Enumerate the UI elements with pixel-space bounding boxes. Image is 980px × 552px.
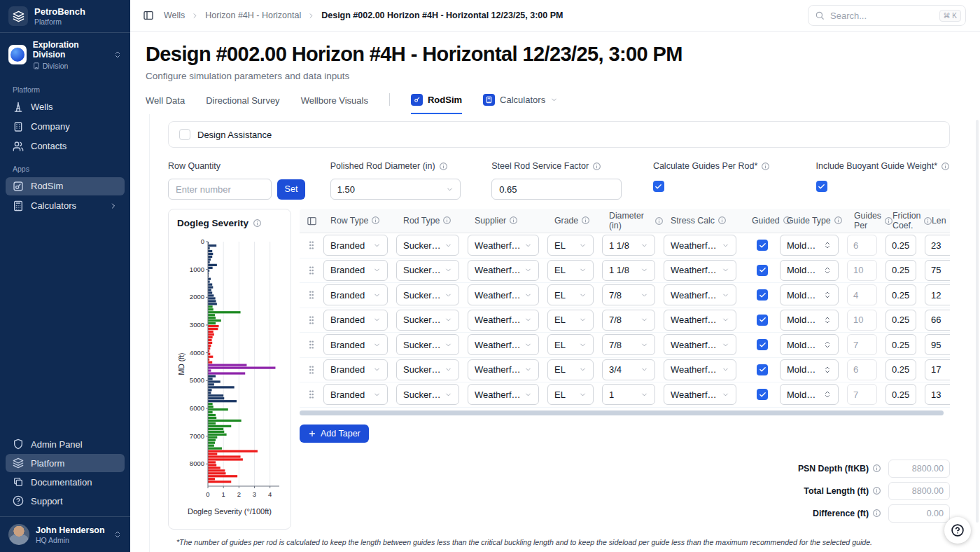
supplier-select[interactable]: Weatherford: [468, 284, 539, 305]
friction-coef-input[interactable]: 0.25: [886, 334, 916, 355]
guides-per-input[interactable]: 10: [847, 260, 877, 281]
row-drag-handle[interactable]: [300, 382, 323, 407]
friction-coef-input[interactable]: 0.25: [886, 284, 916, 305]
steel-rod-service-factor-input[interactable]: [491, 179, 622, 200]
guided-checkbox[interactable]: [757, 265, 768, 276]
buoyant-guide-weight-checkbox[interactable]: [816, 181, 827, 192]
difference-input[interactable]: 0.00: [888, 504, 950, 523]
row-drag-handle[interactable]: [300, 308, 323, 333]
row-drag-handle[interactable]: [300, 333, 323, 357]
length-input[interactable]: 66: [925, 310, 950, 331]
supplier-select[interactable]: Weatherford: [468, 359, 539, 380]
supplier-select[interactable]: Weatherford: [468, 310, 539, 331]
guides-per-input[interactable]: 7: [847, 334, 877, 355]
sidebar-item-wells[interactable]: Wells: [6, 98, 125, 116]
tab-calculators[interactable]: Calculators: [483, 94, 558, 114]
guided-checkbox[interactable]: [757, 289, 768, 301]
length-input[interactable]: 75: [925, 260, 950, 281]
row-type-select[interactable]: Branded: [323, 334, 388, 355]
add-taper-button[interactable]: Add Taper: [300, 425, 369, 443]
sidebar-item-rodsim[interactable]: RodSim: [6, 177, 125, 195]
friction-coef-input[interactable]: 0.25: [886, 359, 916, 380]
guided-checkbox[interactable]: [757, 240, 768, 251]
row-type-select[interactable]: Branded: [323, 235, 388, 256]
friction-coef-input[interactable]: 0.25: [886, 235, 916, 256]
guide-type-stepper[interactable]: Molded AU: [780, 260, 839, 281]
row-type-select[interactable]: Branded: [323, 260, 388, 281]
set-button[interactable]: Set: [277, 179, 305, 200]
guide-type-stepper[interactable]: Molded AU: [780, 334, 839, 355]
grade-select[interactable]: EL: [547, 359, 594, 380]
stress-calc-select[interactable]: Weatherford EL: [664, 284, 736, 305]
diameter-select[interactable]: 3/4: [602, 359, 655, 380]
stress-calc-select[interactable]: Weatherford EL: [664, 235, 736, 256]
grade-select[interactable]: EL: [547, 284, 594, 305]
guided-checkbox[interactable]: [757, 389, 768, 400]
diameter-select[interactable]: 7/8: [602, 284, 655, 305]
grade-select[interactable]: EL: [547, 235, 594, 256]
grade-select[interactable]: EL: [547, 384, 594, 405]
grade-select[interactable]: EL: [547, 260, 594, 281]
search-input[interactable]: [830, 11, 934, 21]
total-length-input[interactable]: 8800.00: [888, 482, 950, 500]
guides-per-input[interactable]: 6: [847, 359, 877, 380]
length-input[interactable]: 12: [925, 284, 950, 305]
sidebar-item-platform[interactable]: Platform: [6, 454, 125, 472]
sidebar-item-admin-panel[interactable]: Admin Panel: [6, 435, 125, 453]
friction-coef-input[interactable]: 0.25: [886, 260, 916, 281]
guide-type-stepper[interactable]: Molded AU: [780, 384, 839, 405]
supplier-select[interactable]: Weatherford: [468, 235, 539, 256]
calculate-guides-checkbox[interactable]: [653, 181, 664, 192]
panel-left-icon[interactable]: [143, 10, 154, 21]
stress-calc-select[interactable]: Weatherford EL: [664, 334, 736, 355]
sidebar-item-support[interactable]: Support: [6, 492, 125, 510]
breadcrumb-wells[interactable]: Wells: [164, 11, 185, 20]
friction-coef-input[interactable]: 0.25: [886, 384, 916, 405]
length-input[interactable]: 17: [925, 359, 950, 380]
diameter-select[interactable]: 1: [602, 384, 655, 405]
diameter-select[interactable]: 7/8: [602, 334, 655, 355]
diameter-select[interactable]: 1 1/8: [602, 235, 655, 256]
tab-well-data[interactable]: Well Data: [146, 95, 185, 114]
row-quantity-input[interactable]: [168, 179, 272, 200]
stress-calc-select[interactable]: Weatherford EL: [664, 384, 736, 405]
sidebar-item-calculators[interactable]: Calculators: [6, 197, 125, 215]
length-input[interactable]: 95: [925, 334, 950, 355]
guide-type-stepper[interactable]: Molded AU: [780, 310, 839, 331]
guides-per-input[interactable]: 7: [847, 384, 877, 405]
guided-checkbox[interactable]: [757, 339, 768, 350]
diameter-select[interactable]: 7/8: [602, 310, 655, 331]
sidebar-item-company[interactable]: Company: [6, 118, 125, 136]
row-drag-handle[interactable]: [300, 283, 323, 308]
grade-select[interactable]: EL: [547, 334, 594, 355]
diameter-select[interactable]: 1 1/8: [602, 260, 655, 281]
sidebar-item-contacts[interactable]: Contacts: [6, 137, 125, 156]
rod-type-select[interactable]: Sucker Rod: [396, 310, 459, 331]
supplier-select[interactable]: Weatherford: [468, 384, 539, 405]
row-drag-handle[interactable]: [300, 233, 323, 258]
friction-coef-input[interactable]: 0.25: [886, 310, 916, 331]
psn-depth-input[interactable]: 8800.00: [888, 460, 950, 478]
guided-checkbox[interactable]: [757, 364, 768, 375]
stress-calc-select[interactable]: Weatherford EL: [664, 359, 736, 380]
help-button[interactable]: [944, 517, 971, 544]
rod-type-select[interactable]: Sucker Rod: [396, 260, 459, 281]
rod-type-select[interactable]: Sucker Rod: [396, 359, 459, 380]
horizontal-scrollbar[interactable]: [300, 410, 944, 415]
row-type-select[interactable]: Branded: [323, 310, 388, 331]
search-box[interactable]: ⌘ K: [808, 5, 966, 26]
tab-directional-survey[interactable]: Directional Survey: [206, 95, 280, 114]
sidebar-item-documentation[interactable]: Documentation: [6, 473, 125, 491]
vertical-scrollbar[interactable]: [976, 120, 979, 523]
stress-calc-select[interactable]: Weatherford EL: [664, 310, 736, 331]
design-assistance-checkbox[interactable]: [179, 129, 190, 140]
guided-checkbox[interactable]: [757, 315, 768, 326]
guide-type-stepper[interactable]: Molded AU: [780, 235, 839, 256]
row-type-select[interactable]: Branded: [323, 284, 388, 305]
stress-calc-select[interactable]: Weatherford EL: [664, 260, 736, 281]
supplier-select[interactable]: Weatherford: [468, 334, 539, 355]
row-drag-handle[interactable]: [300, 358, 323, 382]
rod-type-select[interactable]: Sucker Rod: [396, 284, 459, 305]
row-drag-handle[interactable]: [300, 258, 323, 283]
tab-rodsim[interactable]: RodSim: [411, 94, 462, 114]
